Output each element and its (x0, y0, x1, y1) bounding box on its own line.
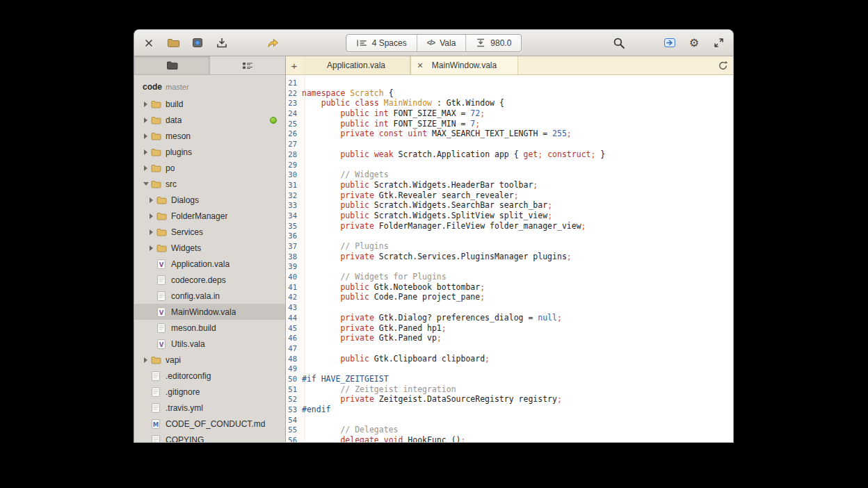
disclosure-right-icon[interactable] (147, 197, 156, 203)
tree-item-editorconfig[interactable]: .editorconfig (134, 368, 285, 384)
panel-toggle-icon (664, 38, 676, 48)
disclosure-right-icon[interactable] (141, 101, 150, 107)
code-line-text: private Gtk.Paned vp; (301, 333, 733, 343)
code-line-text: #endif (301, 405, 733, 415)
tree-item-codecore-deps[interactable]: codecore.deps (134, 272, 285, 288)
line-number: 38 (286, 252, 301, 262)
line-number: 54 (286, 415, 301, 425)
tree-item-vapi[interactable]: vapi (134, 352, 285, 368)
disclosure-right-icon[interactable] (147, 229, 156, 235)
svg-text:V: V (159, 309, 164, 316)
settings-button[interactable]: ⚙ (685, 34, 703, 52)
share-button[interactable] (264, 34, 282, 52)
tree-item-plugins[interactable]: plugins (134, 144, 285, 160)
templates-button[interactable] (188, 34, 207, 52)
line-number: 24 (286, 108, 301, 119)
tree-item-application-vala[interactable]: VApplication.vala (134, 256, 285, 272)
indentation-button[interactable]: 4 Spaces (346, 35, 417, 51)
open-button[interactable] (164, 34, 182, 52)
svg-text:V: V (159, 341, 164, 348)
line-number: 55 (286, 425, 301, 435)
tree-item-travis-yml[interactable]: .travis.yml (134, 400, 285, 416)
search-button[interactable] (610, 34, 628, 52)
tree-item-mainwindow-vala[interactable]: VMainWindow.vala (134, 304, 285, 320)
tree-item-src[interactable]: src (134, 176, 285, 192)
tree-item-code-of-conduct-md[interactable]: MCODE_OF_CONDUCT.md (134, 416, 285, 432)
line-number: 26 (286, 129, 301, 139)
outline-pane-button[interactable] (209, 56, 285, 74)
save-as-button[interactable] (213, 34, 231, 52)
panel-toggle-button[interactable] (661, 34, 679, 52)
tab-close-icon[interactable]: × (417, 60, 423, 71)
disclosure-right-icon[interactable] (141, 149, 150, 155)
code-editor[interactable]: 2122namespace Scratch {23 public class M… (286, 75, 733, 442)
file-tree: codemaster builddatamesonpluginsposrcDia… (134, 75, 285, 442)
settings-icon: ⚙ (689, 38, 699, 49)
disclosure-right-icon[interactable] (147, 213, 156, 219)
text-file-icon (156, 291, 167, 301)
code-line: 31 public Scratch.Widgets.HeaderBar tool… (286, 180, 733, 190)
disclosure-right-icon[interactable] (141, 357, 150, 363)
line-number: 43 (286, 302, 301, 313)
disclosure-right-icon[interactable] (141, 133, 150, 139)
disclosure-down-icon[interactable] (141, 182, 150, 186)
goto-line-label: 980.0 (490, 38, 511, 48)
code-line: 21 (286, 78, 733, 88)
tree-item-services[interactable]: Services (134, 224, 285, 240)
code-line: 45 private Gtk.Paned hp1; (286, 323, 733, 334)
tree-item-meson[interactable]: meson (134, 128, 285, 144)
code-line: 42 public Code.Pane project_pane; (286, 292, 733, 302)
tree-item-foldermanager[interactable]: FolderManager (134, 208, 285, 224)
line-number: 36 (286, 231, 301, 241)
code-line-text: public weak Scratch.Application app { ge… (301, 149, 733, 160)
line-number: 21 (286, 78, 301, 88)
code-line-text: private Gtk.Dialog? preferences_dialog =… (301, 313, 733, 323)
new-tab-button[interactable]: + (286, 56, 303, 74)
disclosure-right-icon[interactable] (147, 245, 156, 251)
folder-icon (156, 196, 167, 204)
folder-icon (150, 164, 161, 172)
code-line: 36 (286, 231, 733, 241)
tree-item-label: data (166, 115, 182, 125)
goto-line-button[interactable]: 980.0 (466, 35, 521, 51)
tree-item-config-vala-in[interactable]: config.vala.in (134, 288, 285, 304)
tree-item-dialogs[interactable]: Dialogs (134, 192, 285, 208)
line-number: 33 (286, 200, 301, 211)
folder-icon (150, 132, 161, 140)
tree-item-data[interactable]: data (134, 112, 285, 128)
tree-item-label: plugins (166, 147, 192, 157)
tree-item-label: build (166, 99, 183, 109)
code-line: 54 (286, 415, 733, 425)
code-line-text: private Zeitgeist.DataSourceRegistry reg… (301, 394, 733, 405)
tree-item-widgets[interactable]: Widgets (134, 240, 285, 256)
tab-application-vala[interactable]: Application.vala (303, 56, 410, 74)
window-body: codemaster builddatamesonpluginsposrcDia… (134, 56, 733, 442)
tab-label: Application.vala (327, 60, 385, 70)
tree-item-po[interactable]: po (134, 160, 285, 176)
history-button[interactable] (712, 56, 733, 74)
language-button[interactable]: </>Vala (417, 35, 467, 51)
code-line-text: public Gtk.Clipboard clipboard; (301, 354, 733, 364)
tree-item-label: vapi (166, 355, 181, 365)
tree-item-label: Dialogs (171, 195, 199, 205)
tab-mainwindow-vala[interactable]: ×MainWindow.vala (410, 56, 518, 74)
tree-item-label: .editorconfig (166, 371, 211, 381)
files-pane-button[interactable] (134, 56, 209, 74)
tree-item-gitignore[interactable]: .gitignore (134, 384, 285, 400)
fullscreen-button[interactable] (709, 34, 728, 52)
tree-item-meson-build[interactable]: meson.build (134, 320, 285, 336)
disclosure-right-icon[interactable] (141, 117, 150, 123)
code-line: 48 public Gtk.Clipboard clipboard; (286, 354, 733, 364)
code-line: 46 private Gtk.Paned vp; (286, 333, 733, 343)
line-number: 22 (286, 88, 301, 99)
code-line: 40 // Widgets for Plugins (286, 272, 733, 282)
disclosure-right-icon[interactable] (141, 165, 150, 171)
tree-item-copying[interactable]: COPYING (134, 432, 285, 442)
close-button[interactable] (140, 34, 158, 52)
code-line-text: #if HAVE_ZEITGEIST (301, 374, 733, 384)
project-header[interactable]: codemaster (134, 77, 285, 96)
svg-text:V: V (159, 261, 164, 268)
tree-item-utils-vala[interactable]: VUtils.vala (134, 336, 285, 352)
text-file-icon (156, 323, 167, 333)
tree-item-build[interactable]: build (134, 96, 285, 112)
